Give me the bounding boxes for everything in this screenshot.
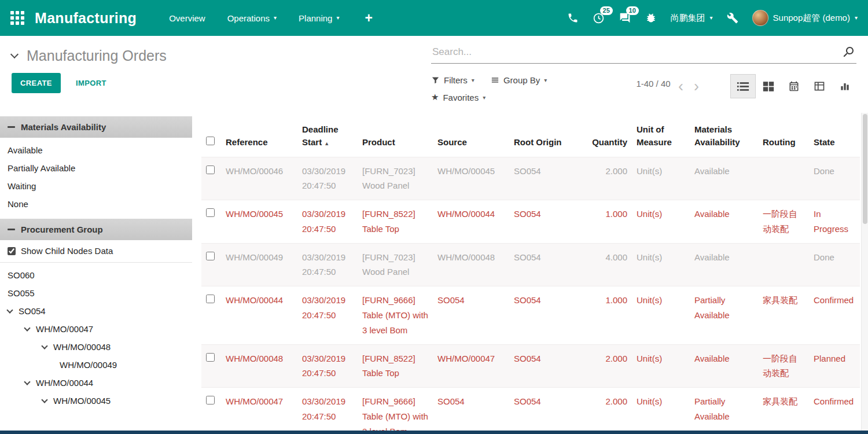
chevron-down-icon: ▾ xyxy=(274,15,277,21)
tree-item-wh-mo-00049[interactable]: WH/MO/00049 xyxy=(0,356,192,374)
column-header-uom[interactable]: Unit of Measure xyxy=(632,117,690,157)
filter-waiting[interactable]: Waiting xyxy=(0,177,192,195)
search-input[interactable] xyxy=(431,43,856,64)
cell-root-origin: SO054 xyxy=(509,344,586,388)
voip-phone-icon[interactable] xyxy=(567,12,579,24)
cell-routing: 家具装配 xyxy=(758,388,809,431)
graph-view-button[interactable] xyxy=(832,74,858,98)
materials-availability-section-header[interactable]: Materials Availability xyxy=(0,116,192,138)
cell-state: Done xyxy=(809,157,860,200)
pager-previous-button[interactable]: ‹ xyxy=(678,79,683,94)
menu-planning[interactable]: Planning ▾ xyxy=(299,13,339,23)
filters-button[interactable]: Filters ▾ xyxy=(431,75,475,85)
row-checkbox[interactable] xyxy=(206,396,215,404)
row-checkbox[interactable] xyxy=(206,252,215,260)
apps-menu-icon[interactable] xyxy=(10,11,24,25)
tree-item-wh-mo-00048[interactable]: WH/MO/00048 xyxy=(0,338,192,356)
view-switcher xyxy=(730,74,858,98)
menu-operations[interactable]: Operations ▾ xyxy=(227,13,277,23)
table-row[interactable]: WH/MO/00047 03/30/2019 20:47:50 [FURN_96… xyxy=(201,388,860,431)
column-header-quantity[interactable]: Quantity xyxy=(586,117,632,157)
app-title[interactable]: Manufacturing xyxy=(35,10,137,27)
show-child-nodes-toggle[interactable]: Show Child Nodes Data xyxy=(0,240,192,261)
chevron-down-icon: ▾ xyxy=(855,15,858,21)
chevron-down-icon: ▾ xyxy=(710,15,713,21)
menu-overview[interactable]: Overview xyxy=(169,13,205,23)
cell-state: In Progress xyxy=(809,200,860,244)
row-checkbox[interactable] xyxy=(206,165,215,174)
company-name: 尚鹏集团 xyxy=(671,13,705,24)
app-window: Manufacturing Overview Operations ▾ Plan… xyxy=(0,0,868,434)
column-header-reference[interactable]: Reference xyxy=(221,117,297,157)
row-checkbox[interactable] xyxy=(206,295,215,303)
row-checkbox[interactable] xyxy=(206,353,215,362)
chevron-down-icon[interactable] xyxy=(41,343,47,349)
settings-wrench-icon[interactable] xyxy=(727,12,738,24)
filter-available[interactable]: Available xyxy=(0,141,192,159)
tree-item-so060[interactable]: SO060 xyxy=(0,266,192,284)
tree-item-so054[interactable]: SO054 xyxy=(0,302,192,320)
tree-item-wh-mo-00045[interactable]: WH/MO/00045 xyxy=(0,392,192,410)
collapse-section-icon xyxy=(8,229,15,230)
select-all-checkbox[interactable] xyxy=(206,137,215,145)
tree-item-wh-mo-00044[interactable]: WH/MO/00044 xyxy=(0,374,192,392)
column-header-root-origin[interactable]: Root Origin xyxy=(509,117,586,157)
table-row[interactable]: WH/MO/00046 03/30/2019 20:47:50 [FURN_70… xyxy=(201,157,860,200)
cell-deadline: 03/30/2019 20:47:50 xyxy=(297,286,358,344)
cell-deadline: 03/30/2019 20:47:50 xyxy=(297,200,358,244)
column-header-routing[interactable]: Routing xyxy=(758,117,809,157)
column-header-availability[interactable]: Materials Availability xyxy=(690,117,758,157)
tree-item-wh-mo-00047[interactable]: WH/MO/00047 xyxy=(0,320,192,338)
filter-none[interactable]: None xyxy=(0,195,192,213)
activities-clock-icon[interactable]: 25 xyxy=(593,12,605,24)
favorites-button[interactable]: ★ Favorites ▾ xyxy=(431,92,486,102)
column-header-deadline-start[interactable]: Deadline Start▲ xyxy=(297,117,358,157)
show-child-nodes-checkbox[interactable] xyxy=(8,247,16,255)
vertical-scrollbar[interactable] xyxy=(861,113,868,431)
column-header-product[interactable]: Product xyxy=(358,117,433,157)
cell-deadline: 03/30/2019 20:47:50 xyxy=(297,388,358,431)
table-row[interactable]: WH/MO/00048 03/30/2019 20:47:50 [FURN_85… xyxy=(201,344,860,388)
procurement-group-section-header[interactable]: Procurement Group xyxy=(0,219,192,240)
import-button[interactable]: IMPORT xyxy=(76,79,106,87)
bug-debug-icon[interactable] xyxy=(645,12,657,24)
table-row[interactable]: WH/MO/00049 03/30/2019 20:47:50 [FURN_70… xyxy=(201,243,860,286)
group-by-button[interactable]: Group By ▾ xyxy=(491,75,547,85)
pivot-view-icon xyxy=(814,80,825,92)
cell-quantity: 1.000 xyxy=(586,200,632,244)
star-icon: ★ xyxy=(431,92,439,102)
tree-item-so055[interactable]: SO055 xyxy=(0,284,192,302)
list-view-button[interactable] xyxy=(730,74,756,98)
messages-icon[interactable]: 10 xyxy=(619,12,631,24)
chevron-down-icon[interactable] xyxy=(24,378,30,385)
section-title: Procurement Group xyxy=(21,225,103,234)
cell-reference: WH/MO/00045 xyxy=(221,200,297,244)
cell-uom: Unit(s) xyxy=(632,200,690,244)
collapse-breadcrumb-icon[interactable] xyxy=(10,50,19,58)
column-header-source[interactable]: Source xyxy=(433,117,509,157)
column-header-state[interactable]: State xyxy=(809,117,860,157)
row-checkbox[interactable] xyxy=(206,208,215,217)
create-button[interactable]: CREATE xyxy=(12,73,61,93)
table-row[interactable]: WH/MO/00044 03/30/2019 20:47:50 [FURN_96… xyxy=(201,286,860,344)
kanban-view-button[interactable] xyxy=(756,74,781,98)
scrollbar-thumb[interactable] xyxy=(863,114,867,224)
show-child-nodes-label: Show Child Nodes Data xyxy=(21,246,113,256)
cell-availability: Available xyxy=(690,243,758,286)
filter-partially-available[interactable]: Partially Available xyxy=(0,159,192,177)
chevron-down-icon[interactable] xyxy=(41,396,47,403)
chevron-down-icon[interactable] xyxy=(24,325,30,331)
chevron-down-icon[interactable] xyxy=(6,307,13,313)
pager-next-button[interactable]: › xyxy=(694,79,699,94)
table-row[interactable]: WH/MO/00045 03/30/2019 20:47:50 [FURN_85… xyxy=(201,200,860,244)
company-switcher[interactable]: 尚鹏集团 ▾ xyxy=(671,13,713,24)
tree-item-label: WH/MO/00048 xyxy=(53,342,111,352)
search-options: Filters ▾ Group By ▾ ★ Favorites ▾ xyxy=(431,75,547,109)
chevron-down-icon: ▾ xyxy=(472,77,475,83)
pivot-view-button[interactable] xyxy=(807,74,832,98)
cell-availability: Available xyxy=(690,157,758,200)
add-menu-button[interactable]: + xyxy=(365,10,372,26)
user-menu[interactable]: Sunpop超管 (demo) ▾ xyxy=(752,10,858,26)
search-icon[interactable] xyxy=(841,45,855,61)
calendar-view-button[interactable] xyxy=(781,74,807,98)
